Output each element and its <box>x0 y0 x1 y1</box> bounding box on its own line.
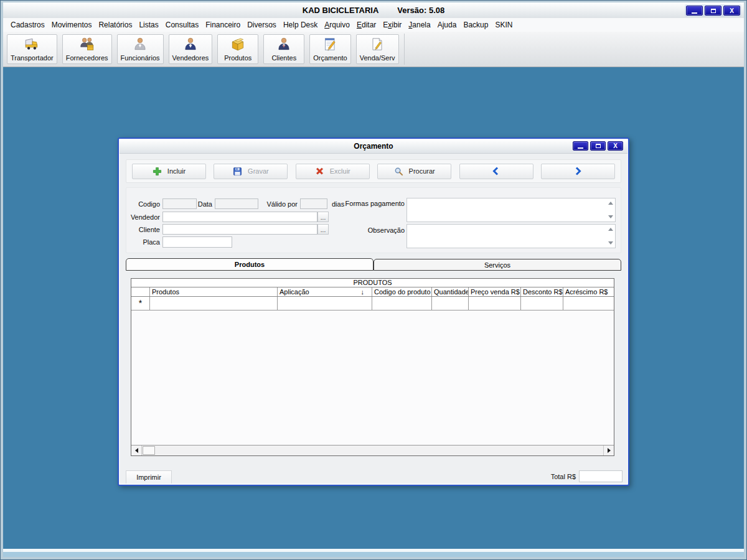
menu-listas[interactable]: Listas <box>139 21 158 29</box>
excluir-button[interactable]: Excluir <box>296 164 370 179</box>
chevron-right-icon <box>573 166 583 176</box>
column-header-preco-venda[interactable]: Preço venda R$ <box>469 287 521 296</box>
client-icon <box>276 36 292 52</box>
toolbar-transportador-button[interactable]: Transportador <box>7 34 57 64</box>
scroll-right-button[interactable] <box>603 446 614 455</box>
toolbar-orcamento-button[interactable]: Orçamento <box>309 34 350 64</box>
dialog-minimize-button[interactable] <box>573 141 588 151</box>
app-name: KAD BICICLETARIA <box>303 6 379 15</box>
page-pencil-icon <box>369 36 385 52</box>
dialog-maximize-button[interactable] <box>590 141 606 151</box>
scroll-up-button[interactable] <box>606 226 614 233</box>
column-header-acrescimo[interactable]: Acréscimo R$ <box>563 287 614 296</box>
scroll-left-button[interactable] <box>131 446 142 455</box>
cliente-lookup-button[interactable]: ... <box>317 224 329 235</box>
codigo-label: Codigo <box>128 200 160 208</box>
incluir-button[interactable]: Incluir <box>132 164 206 179</box>
next-record-button[interactable] <box>541 164 615 179</box>
toolbar-vendedores-button[interactable]: Vendedores <box>169 34 213 64</box>
menu-consultas[interactable]: Consultas <box>166 21 199 29</box>
tab-servicos[interactable]: Serviços <box>374 259 621 271</box>
form-panel: Codigo Data Válido por dias Formas pagam… <box>126 187 621 253</box>
toolbar-separator <box>404 34 405 65</box>
toolbar-venda-serv-button[interactable]: Venda/Serv <box>356 34 399 64</box>
cell-produtos[interactable] <box>150 297 278 310</box>
formas-pagamento-label: Formas pagamento <box>344 200 405 207</box>
menu-skin[interactable]: SKIN <box>495 21 512 29</box>
toolbar-fornecedores-button[interactable]: Fornecedores <box>62 34 112 64</box>
scroll-down-button[interactable] <box>606 213 614 220</box>
menu-editar[interactable]: Editar <box>357 21 376 29</box>
formas-pagamento-input[interactable] <box>407 198 606 222</box>
cell-acrescimo[interactable] <box>563 297 614 310</box>
sort-descending-icon: ↓ <box>361 287 365 296</box>
toolbar-clientes-button[interactable]: Clientes <box>263 34 304 64</box>
triangle-down-icon <box>608 215 613 218</box>
close-button[interactable]: X <box>723 6 740 16</box>
maximize-icon <box>596 144 601 148</box>
grid-new-row: * <box>131 297 614 310</box>
data-input[interactable] <box>215 198 258 209</box>
menu-help-desk[interactable]: Help Desk <box>283 21 317 29</box>
menu-relatorios[interactable]: Relatórios <box>98 21 132 29</box>
observacao-label: Observação <box>344 226 405 234</box>
triangle-up-icon <box>608 228 613 231</box>
vendedor-lookup-button[interactable]: ... <box>317 212 329 222</box>
main-titlebar: KAD BICICLETARIA Versão: 5.08 X <box>3 2 744 18</box>
menubar: Cadastros Movimentos Relatórios Listas C… <box>3 18 744 32</box>
cell-desconto[interactable] <box>521 297 563 310</box>
menu-cadastros[interactable]: Cadastros <box>11 21 45 29</box>
menu-exibir[interactable]: Exibir <box>383 21 402 29</box>
column-header-quantidade[interactable]: Quantidade <box>432 287 469 296</box>
scrollbar-track[interactable] <box>155 446 603 455</box>
main-window-controls: X <box>685 4 741 17</box>
scroll-up-button[interactable] <box>606 200 614 207</box>
arrow-left-icon <box>135 448 138 453</box>
triangle-up-icon <box>608 202 613 205</box>
column-header-desconto[interactable]: Desconto R$ <box>521 287 563 296</box>
scrollbar-thumb[interactable] <box>143 446 155 455</box>
cell-codigo-produto[interactable] <box>372 297 432 310</box>
vendedor-input[interactable] <box>162 212 317 222</box>
previous-record-button[interactable] <box>459 164 533 179</box>
menu-diversos[interactable]: Diversos <box>247 21 276 29</box>
delete-x-icon <box>315 167 324 176</box>
column-header-produtos[interactable]: Produtos <box>150 287 278 296</box>
tab-produtos[interactable]: Produtos <box>126 258 374 271</box>
column-header-aplicacao[interactable]: Aplicação↓ <box>278 287 372 296</box>
employee-icon <box>132 36 148 52</box>
cliente-label: Cliente <box>128 226 160 233</box>
menu-arquivo[interactable]: Arquivo <box>324 21 350 29</box>
menu-backup[interactable]: Backup <box>463 21 488 29</box>
data-label: Data <box>187 200 212 208</box>
column-header-codigo-produto[interactable]: Codigo do produto <box>372 287 432 296</box>
tab-strip: Produtos Serviços <box>126 258 621 271</box>
valido-por-label: Válido por <box>262 200 298 208</box>
menu-movimentos[interactable]: Movimentos <box>52 21 92 29</box>
grid-header-row: Produtos Aplicação↓ Codigo do produto Qu… <box>131 287 614 297</box>
dialog-close-button[interactable]: X <box>608 141 623 151</box>
close-icon: X <box>613 142 618 149</box>
cell-aplicacao[interactable] <box>278 297 372 310</box>
procurar-button[interactable]: Procurar <box>377 164 451 179</box>
new-row-indicator: * <box>131 297 150 310</box>
menu-ajuda[interactable]: Ajuda <box>438 21 457 29</box>
menu-janela[interactable]: Janela <box>408 21 430 29</box>
placa-input[interactable] <box>162 236 232 248</box>
cell-preco-venda[interactable] <box>469 297 521 310</box>
total-input[interactable] <box>579 470 622 482</box>
observacao-input[interactable] <box>407 225 606 248</box>
gravar-button[interactable]: Gravar <box>214 164 288 179</box>
imprimir-button[interactable]: Imprimir <box>126 470 172 483</box>
valido-por-input[interactable] <box>300 198 327 209</box>
menu-financeiro[interactable]: Financeiro <box>205 21 240 29</box>
cliente-input[interactable] <box>162 224 317 235</box>
maximize-button[interactable] <box>705 6 721 16</box>
toolbar-funcionarios-button[interactable]: Funcionários <box>117 34 164 64</box>
scroll-down-button[interactable] <box>606 240 614 246</box>
vendedor-label: Vendedor <box>128 213 160 221</box>
cell-quantidade[interactable] <box>432 297 469 310</box>
toolbar-produtos-button[interactable]: Produtos <box>217 34 258 64</box>
produtos-grid: PRODUTOS Produtos Aplicação↓ Codigo do p… <box>131 278 614 456</box>
minimize-button[interactable] <box>686 6 703 16</box>
